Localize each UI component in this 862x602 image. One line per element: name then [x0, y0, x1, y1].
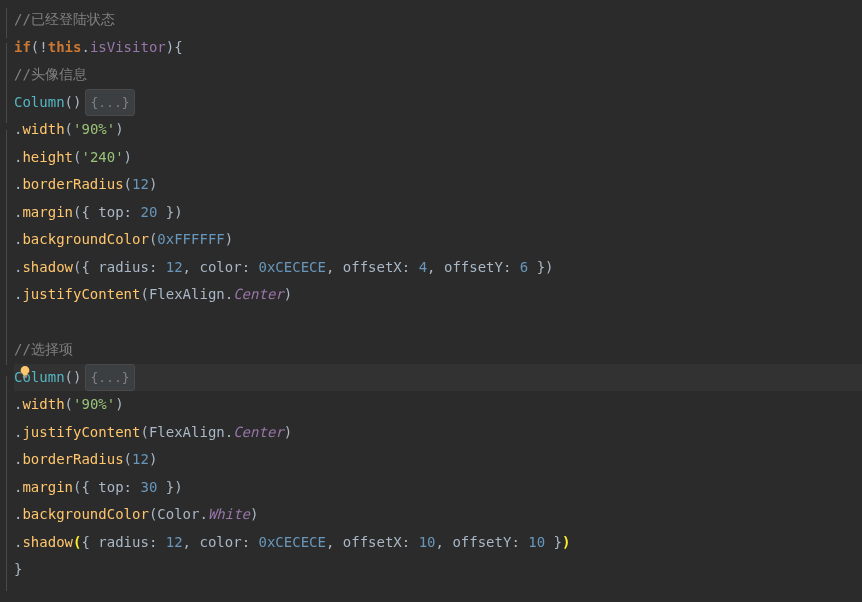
code-line: //头像信息: [14, 61, 862, 89]
number-literal: 12: [132, 171, 149, 198]
code-line: }: [14, 556, 862, 584]
class-name: FlexAlign: [149, 281, 225, 308]
method-call: height: [22, 144, 73, 171]
number-literal: 12: [166, 529, 183, 556]
method-call: margin: [22, 199, 73, 226]
property-key: offsetY: [444, 254, 503, 281]
code-line: .borderRadius(12): [14, 446, 862, 474]
code-line: .width('90%'): [14, 391, 862, 419]
code-line: Column() {...}: [14, 89, 862, 117]
property-key: color: [199, 254, 241, 281]
keyword-if: if: [14, 34, 31, 61]
svg-rect-1: [23, 377, 27, 378]
number-literal: 0xCECECE: [258, 254, 325, 281]
enum-value: Center: [233, 281, 284, 308]
property-key: offsetX: [343, 254, 402, 281]
method-call: borderRadius: [22, 171, 123, 198]
string-literal: '90%': [73, 391, 115, 418]
code-line: .margin({ top: 30 }): [14, 474, 862, 502]
fold-guide: [6, 8, 7, 38]
code-line: .justifyContent(FlexAlign.Center): [14, 419, 862, 447]
identifier: isVisitor: [90, 34, 166, 61]
gutter: [0, 0, 14, 602]
number-literal: 20: [140, 199, 157, 226]
enum-value: White: [208, 501, 250, 528]
number-literal: 10: [419, 529, 436, 556]
string-literal: '240': [81, 144, 123, 171]
method-call: width: [22, 116, 64, 143]
number-literal: 12: [166, 254, 183, 281]
code-line: if (!this.isVisitor) {: [14, 34, 862, 62]
code-line: .shadow({ radius: 12, color: 0xCECECE, o…: [14, 529, 862, 557]
number-literal: 0xFFFFFF: [157, 226, 224, 253]
method-call: margin: [22, 474, 73, 501]
code-line: [14, 309, 862, 337]
fold-guide: [6, 130, 7, 365]
code-line: .height('240'): [14, 144, 862, 172]
property-key: radius: [98, 529, 149, 556]
code-line: .shadow({ radius: 12, color: 0xCECECE, o…: [14, 254, 862, 282]
method-call: justifyContent: [22, 419, 140, 446]
code-line: //已经登陆状态: [14, 6, 862, 34]
property-key: offsetX: [343, 529, 402, 556]
number-literal: 10: [528, 529, 545, 556]
svg-rect-0: [23, 376, 27, 377]
number-literal: 0xCECECE: [258, 529, 325, 556]
property-key: color: [199, 529, 241, 556]
number-literal: 12: [132, 446, 149, 473]
code-area[interactable]: //已经登陆状态 if (!this.isVisitor) { //头像信息 C…: [14, 0, 862, 602]
fold-guide: [6, 43, 7, 123]
code-line: .width('90%'): [14, 116, 862, 144]
collapsed-block[interactable]: {...}: [85, 89, 134, 116]
number-literal: 6: [520, 254, 528, 281]
lightbulb-icon[interactable]: [18, 362, 32, 378]
number-literal: 30: [140, 474, 157, 501]
class-name: Color: [157, 501, 199, 528]
code-editor[interactable]: //已经登陆状态 if (!this.isVisitor) { //头像信息 C…: [0, 0, 862, 602]
number-literal: 4: [419, 254, 427, 281]
comment: //选择项: [14, 336, 73, 363]
code-line: .margin({ top: 20 }): [14, 199, 862, 227]
enum-value: Center: [233, 419, 284, 446]
property-key: radius: [98, 254, 149, 281]
collapsed-block[interactable]: {...}: [85, 364, 134, 391]
method-call: borderRadius: [22, 446, 123, 473]
comment: //已经登陆状态: [14, 6, 115, 33]
property-key: offsetY: [452, 529, 511, 556]
method-call: shadow: [22, 254, 73, 281]
method-call: width: [22, 391, 64, 418]
function-call: Column: [14, 89, 65, 116]
method-call: backgroundColor: [22, 501, 148, 528]
code-line: .borderRadius(12): [14, 171, 862, 199]
method-call: shadow: [22, 529, 73, 556]
method-call: justifyContent: [22, 281, 140, 308]
code-line: .backgroundColor(0xFFFFFF): [14, 226, 862, 254]
method-call: backgroundColor: [22, 226, 148, 253]
code-line-active: Column() {...}: [14, 364, 862, 392]
class-name: FlexAlign: [149, 419, 225, 446]
code-line: .backgroundColor(Color.White): [14, 501, 862, 529]
code-line: .justifyContent(FlexAlign.Center): [14, 281, 862, 309]
string-literal: '90%': [73, 116, 115, 143]
property-key: top: [98, 199, 123, 226]
comment: //头像信息: [14, 61, 87, 88]
code-line: //选择项: [14, 336, 862, 364]
fold-guide: [6, 376, 7, 591]
keyword-this: this: [48, 34, 82, 61]
property-key: top: [98, 474, 123, 501]
